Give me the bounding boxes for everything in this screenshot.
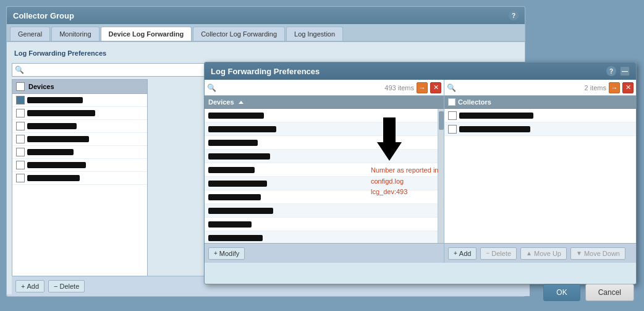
list-item[interactable] (444, 122, 636, 136)
tab-log-ingestion[interactable]: Log Ingestion (286, 27, 343, 41)
row-checkbox[interactable] (16, 161, 25, 169)
list-item[interactable] (205, 218, 444, 231)
row-checkbox[interactable] (16, 96, 25, 104)
row-checkbox[interactable] (16, 135, 25, 143)
row-checkbox[interactable] (16, 122, 25, 130)
redacted-device (208, 235, 263, 241)
arrow-down-icon: ▼ (576, 250, 582, 257)
right-search-input[interactable] (459, 84, 582, 92)
tab-device-log-forwarding[interactable]: Device Log Forwarding (101, 27, 192, 41)
redacted-device (27, 123, 77, 129)
move-down-button[interactable]: ▼ Move Down (570, 247, 625, 260)
redacted-device (208, 208, 273, 214)
sort-arrow-icon (239, 101, 244, 104)
left-clear-button[interactable]: ✕ (430, 82, 441, 93)
tab-general[interactable]: General (10, 27, 50, 41)
redacted-device (208, 194, 261, 200)
redacted-collector (459, 113, 533, 119)
arrow-up-icon: ▲ (526, 250, 532, 257)
left-panel-header-text: Devices (208, 98, 234, 106)
plus-icon: + (454, 250, 457, 257)
modify-button[interactable]: + Modify (208, 247, 245, 260)
redacted-device (208, 221, 252, 228)
svg-marker-0 (377, 117, 402, 161)
move-up-button[interactable]: ▲ Move Up (520, 247, 567, 260)
left-panel-header: Devices (205, 96, 444, 109)
plus-icon: + (214, 250, 218, 257)
plus-icon: + (21, 283, 25, 290)
left-search-input[interactable] (219, 84, 382, 92)
right-header-checkbox[interactable] (448, 98, 455, 106)
list-item[interactable] (205, 231, 444, 243)
left-search-bar: 🔍 493 items → ✕ (205, 80, 444, 96)
bg-devices-header: Devices (28, 83, 54, 90)
tab-monitoring[interactable]: Monitoring (51, 27, 99, 41)
cancel-button[interactable]: Cancel (585, 284, 634, 301)
bg-table-row[interactable] (12, 94, 147, 107)
scroll-thumb[interactable] (439, 111, 444, 130)
bg-search-icon: 🔍 (15, 66, 24, 74)
redacted-device (27, 136, 89, 142)
minus-icon: − (486, 250, 489, 257)
redacted-device (208, 181, 267, 187)
modal-help-icon[interactable]: ? (606, 66, 616, 76)
tab-collector-log-forwarding[interactable]: Collector Log Forwarding (193, 27, 285, 41)
row-checkbox[interactable] (448, 111, 457, 120)
left-bottom-toolbar: + Modify (205, 243, 444, 263)
redacted-device (208, 153, 270, 160)
bg-devices-table: Devices (12, 79, 148, 277)
row-checkbox[interactable] (16, 174, 25, 182)
list-item[interactable] (205, 204, 444, 218)
bg-tab-bar: General Monitoring Device Log Forwarding… (7, 24, 525, 42)
right-clear-button[interactable]: ✕ (622, 82, 633, 93)
modal-title-bar: Log Forwarding Preferences ? — (205, 62, 636, 80)
right-search-bar: 🔍 2 items → ✕ (444, 80, 636, 96)
redacted-device (208, 140, 258, 146)
left-search-icon: 🔍 (207, 83, 216, 92)
bg-table-row[interactable] (12, 133, 147, 146)
redacted-device (27, 110, 95, 116)
modal-right-panel: 🔍 2 items → ✕ Collectors (444, 80, 636, 263)
right-delete-button[interactable]: − Delete (480, 247, 517, 260)
annotation-text: Number as reported in configd.log lcg_de… (371, 165, 438, 198)
modal-minimize-button[interactable]: — (620, 66, 630, 76)
bg-panel-title-text: Collector Group (13, 11, 74, 20)
row-checkbox[interactable] (16, 148, 25, 156)
bg-add-button[interactable]: + Add (15, 280, 44, 292)
redacted-collector (459, 126, 530, 132)
right-add-button[interactable]: + Add (448, 247, 477, 260)
list-item[interactable] (444, 109, 636, 122)
bg-help-icon[interactable]: ? (509, 11, 519, 20)
right-nav-prev-button[interactable]: → (609, 82, 620, 93)
right-panel-header-text: Collectors (458, 98, 491, 106)
bg-section-title: Log Forwarding Preferences (12, 47, 520, 59)
bg-table-row[interactable] (12, 120, 147, 133)
right-search-icon: 🔍 (447, 83, 456, 92)
bg-table-row[interactable] (12, 172, 147, 185)
bg-table-row[interactable] (12, 107, 147, 120)
annotation-arrow (371, 117, 408, 161)
bg-table-row[interactable] (12, 159, 147, 172)
bg-header-checkbox[interactable] (16, 82, 25, 91)
annotation-container: Number as reported in configd.log lcg_de… (371, 117, 438, 198)
right-items-count: 2 items (585, 84, 606, 92)
bg-delete-button[interactable]: − Delete (48, 280, 85, 292)
dialog-buttons: OK Cancel (543, 284, 634, 301)
left-nav-prev-button[interactable]: → (417, 82, 428, 93)
modal-title: Log Forwarding Preferences (211, 67, 320, 76)
redacted-device (208, 167, 255, 173)
redacted-device (27, 175, 80, 181)
row-checkbox[interactable] (448, 125, 457, 134)
right-bottom-toolbar: + Add − Delete ▲ Move Up ▼ Move Down (444, 243, 636, 263)
redacted-device (27, 149, 74, 155)
bg-table-row[interactable] (12, 146, 147, 159)
row-checkbox[interactable] (16, 109, 25, 117)
modal-title-icons: ? — (606, 66, 630, 76)
redacted-device (208, 113, 264, 119)
bg-table-header: Devices (12, 80, 147, 94)
ok-button[interactable]: OK (543, 284, 580, 301)
right-panel-list[interactable] (444, 109, 636, 243)
redacted-device (27, 162, 86, 168)
scroll-track[interactable] (438, 109, 444, 243)
redacted-device (208, 126, 276, 132)
